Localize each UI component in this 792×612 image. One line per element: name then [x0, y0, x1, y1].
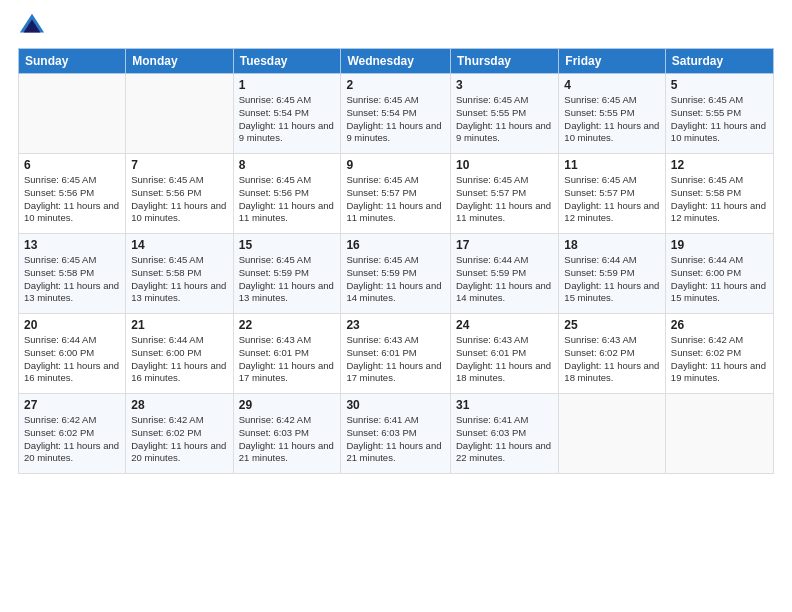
day-info: Sunrise: 6:42 AMSunset: 6:02 PMDaylight:… [671, 334, 768, 385]
day-number: 30 [346, 398, 445, 412]
header [18, 10, 774, 40]
day-info: Sunrise: 6:45 AMSunset: 5:55 PMDaylight:… [671, 94, 768, 145]
day-number: 28 [131, 398, 227, 412]
day-info: Sunrise: 6:43 AMSunset: 6:01 PMDaylight:… [456, 334, 553, 385]
day-info: Sunrise: 6:42 AMSunset: 6:03 PMDaylight:… [239, 414, 336, 465]
day-number: 18 [564, 238, 660, 252]
day-info: Sunrise: 6:44 AMSunset: 6:00 PMDaylight:… [131, 334, 227, 385]
col-header-tuesday: Tuesday [233, 49, 341, 74]
day-number: 23 [346, 318, 445, 332]
day-info: Sunrise: 6:42 AMSunset: 6:02 PMDaylight:… [24, 414, 120, 465]
day-cell: 16Sunrise: 6:45 AMSunset: 5:59 PMDayligh… [341, 234, 451, 314]
day-info: Sunrise: 6:45 AMSunset: 5:57 PMDaylight:… [456, 174, 553, 225]
day-number: 22 [239, 318, 336, 332]
day-cell: 12Sunrise: 6:45 AMSunset: 5:58 PMDayligh… [665, 154, 773, 234]
day-info: Sunrise: 6:45 AMSunset: 5:59 PMDaylight:… [239, 254, 336, 305]
day-number: 13 [24, 238, 120, 252]
day-cell: 13Sunrise: 6:45 AMSunset: 5:58 PMDayligh… [19, 234, 126, 314]
day-number: 31 [456, 398, 553, 412]
day-number: 15 [239, 238, 336, 252]
col-header-friday: Friday [559, 49, 666, 74]
day-info: Sunrise: 6:45 AMSunset: 5:58 PMDaylight:… [671, 174, 768, 225]
calendar-header-row: SundayMondayTuesdayWednesdayThursdayFrid… [19, 49, 774, 74]
day-cell: 21Sunrise: 6:44 AMSunset: 6:00 PMDayligh… [126, 314, 233, 394]
day-info: Sunrise: 6:42 AMSunset: 6:02 PMDaylight:… [131, 414, 227, 465]
day-number: 2 [346, 78, 445, 92]
day-info: Sunrise: 6:44 AMSunset: 6:00 PMDaylight:… [671, 254, 768, 305]
col-header-thursday: Thursday [451, 49, 559, 74]
day-cell: 11Sunrise: 6:45 AMSunset: 5:57 PMDayligh… [559, 154, 666, 234]
day-cell: 5Sunrise: 6:45 AMSunset: 5:55 PMDaylight… [665, 74, 773, 154]
week-row-2: 6Sunrise: 6:45 AMSunset: 5:56 PMDaylight… [19, 154, 774, 234]
day-cell: 2Sunrise: 6:45 AMSunset: 5:54 PMDaylight… [341, 74, 451, 154]
page: SundayMondayTuesdayWednesdayThursdayFrid… [0, 0, 792, 612]
day-cell: 6Sunrise: 6:45 AMSunset: 5:56 PMDaylight… [19, 154, 126, 234]
day-cell: 24Sunrise: 6:43 AMSunset: 6:01 PMDayligh… [451, 314, 559, 394]
day-cell: 22Sunrise: 6:43 AMSunset: 6:01 PMDayligh… [233, 314, 341, 394]
day-cell: 25Sunrise: 6:43 AMSunset: 6:02 PMDayligh… [559, 314, 666, 394]
day-info: Sunrise: 6:45 AMSunset: 5:57 PMDaylight:… [564, 174, 660, 225]
day-info: Sunrise: 6:45 AMSunset: 5:56 PMDaylight:… [24, 174, 120, 225]
day-number: 9 [346, 158, 445, 172]
day-info: Sunrise: 6:45 AMSunset: 5:55 PMDaylight:… [456, 94, 553, 145]
day-number: 24 [456, 318, 553, 332]
day-info: Sunrise: 6:45 AMSunset: 5:57 PMDaylight:… [346, 174, 445, 225]
day-info: Sunrise: 6:45 AMSunset: 5:58 PMDaylight:… [131, 254, 227, 305]
day-info: Sunrise: 6:45 AMSunset: 5:54 PMDaylight:… [239, 94, 336, 145]
day-info: Sunrise: 6:45 AMSunset: 5:59 PMDaylight:… [346, 254, 445, 305]
day-info: Sunrise: 6:41 AMSunset: 6:03 PMDaylight:… [346, 414, 445, 465]
day-info: Sunrise: 6:45 AMSunset: 5:56 PMDaylight:… [131, 174, 227, 225]
day-cell: 10Sunrise: 6:45 AMSunset: 5:57 PMDayligh… [451, 154, 559, 234]
day-cell: 30Sunrise: 6:41 AMSunset: 6:03 PMDayligh… [341, 394, 451, 474]
day-number: 3 [456, 78, 553, 92]
day-cell: 9Sunrise: 6:45 AMSunset: 5:57 PMDaylight… [341, 154, 451, 234]
day-number: 14 [131, 238, 227, 252]
day-cell: 4Sunrise: 6:45 AMSunset: 5:55 PMDaylight… [559, 74, 666, 154]
day-info: Sunrise: 6:45 AMSunset: 5:54 PMDaylight:… [346, 94, 445, 145]
day-cell: 29Sunrise: 6:42 AMSunset: 6:03 PMDayligh… [233, 394, 341, 474]
day-number: 5 [671, 78, 768, 92]
col-header-wednesday: Wednesday [341, 49, 451, 74]
day-cell: 15Sunrise: 6:45 AMSunset: 5:59 PMDayligh… [233, 234, 341, 314]
day-cell: 20Sunrise: 6:44 AMSunset: 6:00 PMDayligh… [19, 314, 126, 394]
day-number: 8 [239, 158, 336, 172]
col-header-saturday: Saturday [665, 49, 773, 74]
day-cell [665, 394, 773, 474]
day-cell: 27Sunrise: 6:42 AMSunset: 6:02 PMDayligh… [19, 394, 126, 474]
day-info: Sunrise: 6:44 AMSunset: 6:00 PMDaylight:… [24, 334, 120, 385]
day-cell [19, 74, 126, 154]
day-cell: 31Sunrise: 6:41 AMSunset: 6:03 PMDayligh… [451, 394, 559, 474]
day-cell: 3Sunrise: 6:45 AMSunset: 5:55 PMDaylight… [451, 74, 559, 154]
day-number: 27 [24, 398, 120, 412]
day-cell [559, 394, 666, 474]
day-number: 25 [564, 318, 660, 332]
day-cell: 28Sunrise: 6:42 AMSunset: 6:02 PMDayligh… [126, 394, 233, 474]
day-cell: 1Sunrise: 6:45 AMSunset: 5:54 PMDaylight… [233, 74, 341, 154]
day-number: 21 [131, 318, 227, 332]
day-info: Sunrise: 6:45 AMSunset: 5:55 PMDaylight:… [564, 94, 660, 145]
day-info: Sunrise: 6:44 AMSunset: 5:59 PMDaylight:… [564, 254, 660, 305]
day-info: Sunrise: 6:43 AMSunset: 6:01 PMDaylight:… [346, 334, 445, 385]
day-number: 26 [671, 318, 768, 332]
day-cell: 7Sunrise: 6:45 AMSunset: 5:56 PMDaylight… [126, 154, 233, 234]
day-info: Sunrise: 6:41 AMSunset: 6:03 PMDaylight:… [456, 414, 553, 465]
week-row-5: 27Sunrise: 6:42 AMSunset: 6:02 PMDayligh… [19, 394, 774, 474]
calendar-table: SundayMondayTuesdayWednesdayThursdayFrid… [18, 48, 774, 474]
col-header-sunday: Sunday [19, 49, 126, 74]
week-row-4: 20Sunrise: 6:44 AMSunset: 6:00 PMDayligh… [19, 314, 774, 394]
week-row-1: 1Sunrise: 6:45 AMSunset: 5:54 PMDaylight… [19, 74, 774, 154]
day-number: 7 [131, 158, 227, 172]
day-cell: 23Sunrise: 6:43 AMSunset: 6:01 PMDayligh… [341, 314, 451, 394]
day-cell: 26Sunrise: 6:42 AMSunset: 6:02 PMDayligh… [665, 314, 773, 394]
day-info: Sunrise: 6:44 AMSunset: 5:59 PMDaylight:… [456, 254, 553, 305]
day-info: Sunrise: 6:43 AMSunset: 6:01 PMDaylight:… [239, 334, 336, 385]
day-number: 20 [24, 318, 120, 332]
logo [18, 10, 46, 40]
day-info: Sunrise: 6:45 AMSunset: 5:56 PMDaylight:… [239, 174, 336, 225]
day-number: 10 [456, 158, 553, 172]
day-cell [126, 74, 233, 154]
day-cell: 14Sunrise: 6:45 AMSunset: 5:58 PMDayligh… [126, 234, 233, 314]
day-info: Sunrise: 6:45 AMSunset: 5:58 PMDaylight:… [24, 254, 120, 305]
day-cell: 8Sunrise: 6:45 AMSunset: 5:56 PMDaylight… [233, 154, 341, 234]
day-number: 16 [346, 238, 445, 252]
